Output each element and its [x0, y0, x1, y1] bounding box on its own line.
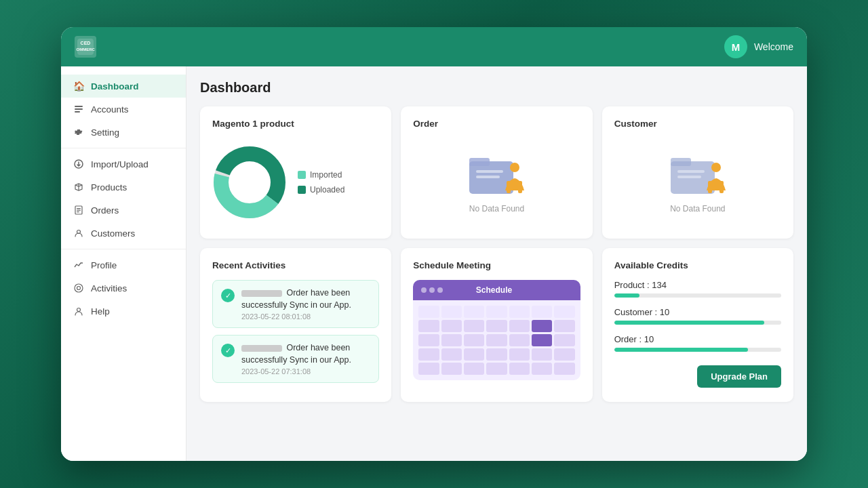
svg-rect-28: [677, 170, 705, 173]
cell: [418, 306, 439, 318]
svg-rect-22: [476, 176, 500, 178]
sidebar-item-import[interactable]: Import/Upload: [61, 152, 186, 176]
schedule-dot-3: [437, 287, 443, 293]
cell: [509, 306, 530, 318]
logo-icon: CED COMMERCE: [75, 36, 96, 58]
sidebar-item-products[interactable]: Products: [61, 176, 186, 199]
sidebar-item-accounts[interactable]: Accounts: [61, 98, 186, 121]
upgrade-plan-button[interactable]: Upgrade Plan: [697, 365, 781, 388]
card-order: Order: [401, 106, 592, 239]
cell: [486, 363, 507, 375]
card-magento: Magento 1 product: [200, 106, 391, 239]
credit-customer-label: Customer : 10: [614, 307, 781, 317]
sidebar-label-products: Products: [91, 182, 127, 192]
cards-row-bottom: Recent Activities ✓ Order have been succ…: [200, 248, 793, 402]
device-frame: CED COMMERCE M Welcome 🏠 Dashboard Accou…: [61, 27, 807, 461]
credit-order-label: Order : 10: [614, 334, 781, 344]
sidebar-item-customers[interactable]: Customers: [61, 222, 186, 245]
activity-item-1: ✓ Order have been successfully Sync in o…: [212, 280, 379, 328]
legend-imported: Imported: [298, 170, 344, 180]
svg-rect-24: [507, 181, 511, 193]
svg-text:CED: CED: [81, 41, 91, 45]
legend-uploaded: Uploaded: [298, 185, 344, 195]
legend-label-imported: Imported: [310, 170, 342, 180]
card-customer-empty: No Data Found: [614, 138, 781, 226]
activity-date-1: 2023-05-22 08:01:08: [241, 312, 370, 321]
cards-row-top: Magento 1 product: [200, 106, 793, 239]
card-order-title: Order: [413, 119, 580, 129]
svg-rect-21: [476, 170, 503, 173]
sidebar-label-profile: Profile: [91, 260, 117, 270]
legend-label-uploaded: Uploaded: [310, 185, 344, 195]
cell: [509, 363, 530, 375]
card-order-empty: No Data Found: [413, 138, 580, 226]
cell: [441, 320, 462, 332]
check-icon-2: ✓: [221, 344, 235, 357]
sidebar-item-setting[interactable]: Setting: [61, 121, 186, 144]
cell: [509, 320, 530, 332]
credit-customer-bar: [614, 321, 765, 325]
cell-highlight: [532, 334, 552, 346]
svg-rect-9: [77, 210, 81, 211]
blurred-name-1: [241, 290, 282, 297]
cell: [554, 306, 574, 318]
activity-text-1: Order have been successfully Sync in our…: [241, 287, 370, 311]
folder-icon-customer: [667, 151, 728, 199]
sidebar-divider-1: [61, 148, 186, 148]
sidebar-divider-2: [61, 249, 186, 249]
legend-dot-uploaded: [298, 186, 306, 194]
cell: [486, 348, 507, 361]
card-schedule-title: Schedule Meeting: [413, 260, 580, 270]
svg-rect-25: [518, 181, 522, 193]
cell: [509, 334, 530, 346]
activity-content-1: Order have been successfully Sync in our…: [241, 287, 370, 321]
products-icon: [73, 182, 84, 192]
schedule-dots: [421, 287, 443, 293]
sidebar-item-orders[interactable]: Orders: [61, 199, 186, 222]
cell: [441, 348, 462, 361]
cell: [464, 306, 484, 318]
cell: [554, 348, 574, 361]
upgrade-btn-container: Upgrade Plan: [614, 361, 781, 388]
card-activities: Recent Activities ✓ Order have been succ…: [200, 248, 391, 402]
credit-product-label: Product : 134: [614, 280, 781, 290]
svg-rect-27: [671, 158, 691, 166]
cell: [441, 334, 462, 346]
schedule-dot-2: [429, 287, 435, 293]
sidebar-item-activities[interactable]: Activities: [61, 277, 186, 300]
folder-icon-order: [466, 151, 527, 199]
card-customer: Customer No Data Found: [602, 106, 793, 239]
svg-rect-31: [708, 181, 712, 193]
sidebar-label-activities: Activities: [91, 283, 127, 293]
welcome-text: Welcome: [754, 41, 793, 52]
sidebar-item-profile[interactable]: Profile: [61, 253, 186, 277]
card-activities-title: Recent Activities: [212, 260, 379, 270]
cell-highlight: [532, 320, 552, 332]
blurred-name-2: [241, 345, 282, 352]
donut-area: Imported Uploaded: [212, 138, 379, 226]
cell: [554, 320, 574, 332]
cell: [464, 348, 484, 361]
credit-customer: Customer : 10: [614, 307, 781, 325]
svg-point-13: [77, 287, 81, 290]
credit-order-bar-bg: [614, 348, 781, 352]
svg-point-12: [75, 284, 83, 292]
sidebar-item-dashboard[interactable]: 🏠 Dashboard: [61, 75, 186, 98]
help-icon: [73, 306, 84, 317]
credit-customer-bar-bg: [614, 321, 781, 325]
legend-dot-imported: [298, 171, 306, 179]
svg-point-30: [711, 163, 721, 172]
sidebar-item-help[interactable]: Help: [61, 300, 186, 323]
svg-point-23: [510, 163, 519, 172]
svg-rect-5: [75, 111, 80, 113]
topbar: CED COMMERCE M Welcome: [61, 27, 807, 66]
card-credits-title: Available Credits: [614, 260, 781, 270]
schedule-header: Schedule: [413, 280, 580, 300]
card-customer-title: Customer: [614, 119, 781, 129]
credit-product: Product : 134: [614, 280, 781, 298]
cell: [486, 334, 507, 346]
svg-point-14: [77, 308, 81, 312]
svg-rect-3: [75, 106, 83, 107]
svg-point-18: [229, 162, 270, 203]
cell: [509, 348, 530, 361]
